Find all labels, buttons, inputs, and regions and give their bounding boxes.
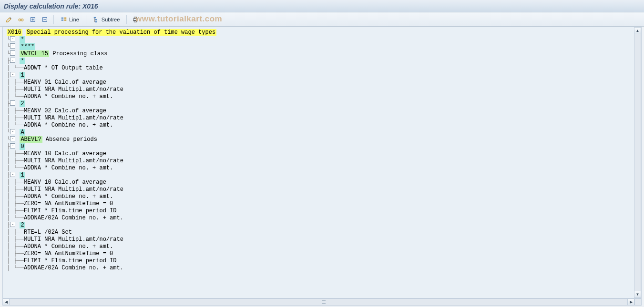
collapse-toggle-icon[interactable]: - [10, 143, 15, 149]
tree: X016 Special processing for the valuatio… [3, 27, 641, 274]
tree-row: │ ├──MULTI NRA Multipl.amt/no/rate [7, 186, 637, 193]
separator [126, 15, 127, 24]
collapse-toggle-icon[interactable]: - [10, 43, 15, 49]
tree-root: X016 Special processing for the valuatio… [7, 29, 637, 36]
line-label: Line [69, 17, 79, 22]
horizontal-scrollbar[interactable]: ◀ ▶ [2, 298, 634, 306]
page-title: Display calculation rule: X016 [4, 2, 98, 10]
tree-row: └- * [7, 36, 637, 43]
tree-row: ├- 1 [7, 172, 637, 179]
tree-row: │ └──ADDNA * Combine no. + amt. [7, 122, 637, 129]
tree-row: │ ├──MEANV 02 Calc.of average [7, 108, 637, 115]
tree-row: │ ├──ZERO= NA AmtNumRteTime = 0 [7, 200, 637, 208]
tree-row: │ └──ADDNA * Combine no. + amt. [7, 165, 637, 172]
tree-row: └- A [7, 129, 637, 136]
scroll-track[interactable] [10, 299, 634, 305]
tree-row: │ ├──ZERO= NA AmtNumRteTime = 0 [7, 250, 637, 257]
collapse-toggle-icon[interactable]: - [10, 222, 15, 227]
tree-row: │ ├──ELIMI * Elim.time period ID [7, 257, 637, 265]
scroll-down-icon[interactable]: ▼ [634, 291, 641, 297]
tree-row: ├- * [7, 58, 637, 65]
tree-row: │ ├──MULTI NRA Multipl.amt/no/rate [7, 236, 637, 243]
print-icon[interactable] [130, 14, 141, 25]
watermark: www.tutorialkart.com [135, 14, 222, 24]
title-bar: Display calculation rule: X016 [0, 0, 644, 12]
tree-row: │ └──ADDNA * Combine no. + amt. [7, 93, 637, 100]
tree-row: │ ├──MEANV 01 Calc.of average [7, 79, 637, 86]
svg-point-0 [19, 19, 20, 20]
collapse-toggle-icon[interactable]: - [10, 172, 15, 177]
separator [53, 15, 54, 24]
scroll-corner [634, 298, 642, 306]
tree-row: ├- 2 [7, 100, 637, 108]
tree-row: │ └──ADDNAE/02A Combine no. + amt. [7, 215, 637, 222]
tree-row: │ ├──MULTI NRA Multipl.amt/no/rate [7, 115, 637, 122]
tree-row: │ ├──RTE=L /02A Set [7, 229, 637, 236]
svg-rect-12 [134, 17, 137, 19]
tree-row: └- **** [7, 43, 637, 50]
toolbar: Line Subtree www.tutorialkart.com [0, 12, 644, 27]
tree-row: ├- 2 [7, 222, 637, 229]
subtree-label: Subtree [102, 17, 120, 22]
tree-row: │ └──ADDWT * OT Output table [7, 65, 637, 72]
svg-rect-5 [61, 20, 63, 21]
collapse-toggle-icon[interactable]: - [10, 100, 15, 106]
tree-row: │ ├──ADDNA * Combine no. + amt. [7, 193, 637, 200]
svg-rect-9 [95, 19, 97, 20]
tree-row: │ ├──MEANV 10 Calc.of average [7, 150, 637, 158]
expand-icon[interactable] [28, 14, 38, 25]
svg-rect-10 [95, 21, 97, 22]
tree-row: │ ├──ADDNA * Combine no. + amt. [7, 243, 637, 250]
collapse-toggle-icon[interactable]: - [10, 72, 15, 77]
line-button[interactable]: Line [57, 14, 82, 25]
svg-rect-7 [64, 20, 66, 21]
scroll-left-icon[interactable]: ◀ [3, 299, 10, 305]
tree-row: └- VWTCL 15 Processing class [7, 50, 637, 58]
scroll-up-icon[interactable]: ▲ [634, 28, 641, 34]
tree-row: │ └──ADDNAE/02A Combine no. + amt. [7, 265, 637, 272]
collapse-toggle-icon[interactable]: - [10, 58, 15, 63]
edit-icon[interactable] [4, 14, 14, 25]
tree-row: │ ├──MEANV 10 Calc.of average [7, 179, 637, 186]
svg-rect-8 [94, 17, 96, 18]
tree-row: │ ├──MULTI NRA Multipl.amt/no/rate [7, 86, 637, 93]
scroll-right-icon[interactable]: ▶ [627, 299, 634, 305]
tree-row: ├- 1 [7, 72, 637, 79]
tree-row: │ ├──MULTI NRA Multipl.amt/no/rate [7, 158, 637, 165]
collapse-toggle-icon[interactable]: - [10, 136, 15, 141]
svg-rect-4 [61, 17, 63, 19]
tree-row: ├- 0 [7, 143, 637, 150]
collapse-toggle-icon[interactable]: - [10, 50, 15, 56]
separator [86, 15, 86, 24]
tree-row: └- ABEVL? Absence periods [7, 136, 637, 143]
collapse-toggle-icon[interactable]: - [10, 36, 15, 41]
svg-rect-6 [64, 17, 66, 19]
collapse-toggle-icon[interactable]: - [10, 129, 15, 134]
collapse-icon[interactable] [40, 14, 50, 25]
vertical-scrollbar[interactable]: ▲ ▼ [634, 27, 641, 298]
subtree-button[interactable]: Subtree [90, 14, 123, 25]
glasses-icon[interactable] [16, 14, 26, 25]
tree-content: X016 Special processing for the valuatio… [2, 27, 642, 298]
svg-point-1 [21, 19, 23, 20]
tree-row: │ ├──ELIMI * Elim.time period ID [7, 208, 637, 215]
